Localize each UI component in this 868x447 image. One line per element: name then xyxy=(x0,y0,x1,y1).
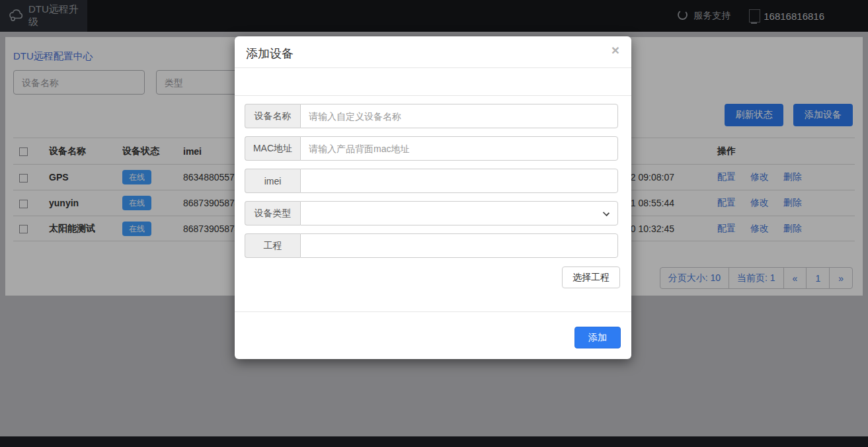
close-icon[interactable]: × xyxy=(612,43,619,57)
modal-footer: 添加 xyxy=(235,311,631,359)
device-name-input[interactable] xyxy=(300,104,618,128)
field-imei: imei xyxy=(245,169,618,193)
project-input[interactable] xyxy=(300,233,618,258)
imei-input[interactable] xyxy=(300,169,618,193)
submit-add-button[interactable]: 添加 xyxy=(574,327,621,348)
select-project-button[interactable]: 选择工程 xyxy=(562,266,620,288)
modal-subheader xyxy=(235,68,631,96)
device-type-select[interactable] xyxy=(300,201,618,225)
modal-header: 添加设备 × xyxy=(235,36,631,68)
modal-body: 设备名称 MAC地址 imei 设备类型 工程 xyxy=(235,104,631,258)
add-device-modal: 添加设备 × 设备名称 MAC地址 imei 设备类型 xyxy=(235,36,631,359)
field-mac-address: MAC地址 xyxy=(245,136,618,161)
field-project: 工程 xyxy=(245,233,618,258)
field-label: 工程 xyxy=(245,233,300,258)
field-label: 设备名称 xyxy=(245,104,300,128)
field-device-name: 设备名称 xyxy=(245,104,618,128)
field-label: 设备类型 xyxy=(245,201,300,225)
modal-title: 添加设备 xyxy=(246,47,294,60)
mac-address-input[interactable] xyxy=(300,136,618,161)
field-label: MAC地址 xyxy=(245,136,300,161)
field-label: imei xyxy=(245,169,300,193)
field-device-type: 设备类型 xyxy=(245,201,618,225)
app-root: DTU远程升级 服务支持 16816816816 DTU远程配置中心 刷新状态 … xyxy=(0,0,868,447)
